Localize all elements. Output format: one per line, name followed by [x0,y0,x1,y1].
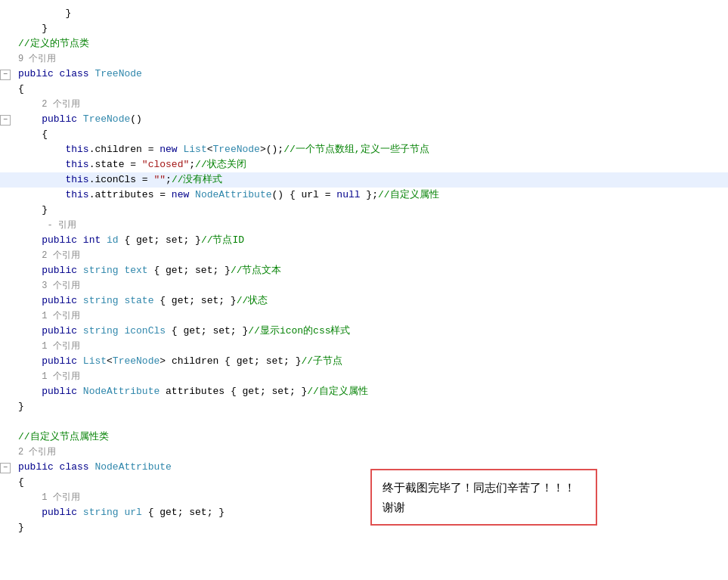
code-segment: //自定义节点属性类 [18,431,109,442]
code-segment: { get; set; } [148,507,225,518]
code-segment: 2 个引用 [42,250,79,261]
code-line: //自定义节点属性类 [0,430,728,445]
code-text: { [12,82,728,97]
code-segment: List [83,355,107,367]
code-line: public NodeAttribute attributes { get; s… [0,384,728,399]
code-segment: //节点ID [201,234,244,246]
code-segment: text [124,265,153,276]
code-line: this.iconCls = "";//没有样式 [0,172,728,188]
code-text: } [12,399,728,414]
code-segment: .iconCls = [89,174,154,185]
code-segment: //状态关闭 [195,159,246,170]
code-segment: } [42,204,48,216]
code-line: } [0,6,728,21]
code-segment: string [83,295,125,306]
code-segment: //自定义属性 [307,386,368,397]
code-segment: iconCls [124,325,171,337]
code-segment: > children [160,355,225,367]
code-segment: class [60,68,95,79]
code-segment: < [107,355,113,367]
collapse-icon[interactable]: − [0,463,11,473]
code-segment: //节点文本 [231,265,282,276]
code-segment: NodeAttribute [195,189,271,200]
code-segment: public [42,234,83,246]
code-segment: "" [153,174,166,185]
code-segment: //一个节点数组,定义一些子节点 [283,144,429,155]
code-segment: public [42,386,83,397]
code-line: −public class TreeNode [0,67,728,82]
code-line: 3 个引用 [0,278,728,293]
code-text: this.iconCls = "";//没有样式 [12,172,728,188]
code-text: 9 个引用 [12,51,728,67]
code-line: public int id { get; set; }//节点ID [0,233,728,248]
code-segment: public [42,355,83,367]
code-text: public string text { get; set; }//节点文本 [12,263,728,278]
collapse-icon[interactable]: − [0,70,11,80]
code-text: } [12,6,728,21]
code-segment: 9 个引用 [18,54,56,64]
code-segment: 2 个引用 [42,99,79,110]
code-segment: 1 个引用 [42,492,79,503]
code-text: this.attributes = new NodeAttribute() { … [12,188,728,203]
code-line: public string iconCls { get; set; }//显示i… [0,324,728,339]
gutter[interactable]: − [0,70,12,80]
code-segment: TreeNode [113,355,160,367]
code-segment: //子节点 [302,355,343,367]
code-text: //定义的节点类 [12,36,728,51]
code-line [0,414,728,430]
code-segment: { get; set; } [124,234,200,246]
code-segment: //没有样式 [172,174,223,185]
code-line: - 引用 [0,218,728,233]
gutter[interactable]: − [0,463,12,473]
code-segment: < [207,144,213,155]
code-segment: public [42,325,83,337]
code-segment: >(); [260,144,283,155]
code-line: − public TreeNode() [0,112,728,127]
code-line: } [0,399,728,414]
code-text: 1 个引用 [12,339,728,354]
code-text: public int id { get; set; }//节点ID [12,233,728,248]
code-segment: //定义的节点类 [18,38,89,49]
code-line: { [0,82,728,97]
code-segment: public [18,68,60,79]
code-segment: null [336,189,366,200]
code-text: public TreeNode() [12,112,728,127]
code-segment: //显示icon的css样式 [248,325,350,337]
code-segment: ; [189,159,195,170]
code-line: 2 个引用 [0,248,728,263]
code-segment: this [65,144,88,155]
code-segment: //状态 [237,295,268,306]
code-line: this.children = new List<TreeNode>();//一… [0,142,728,157]
code-line: public List<TreeNode> children { get; se… [0,354,728,369]
code-segment: new [172,189,195,200]
code-segment: } [18,401,24,412]
code-segment: TreeNode [94,68,141,79]
code-line: public string state { get; set; }//状态 [0,293,728,309]
code-segment: .state = [89,159,142,170]
code-text: //自定义节点属性类 [12,430,728,445]
code-segment: { get; set; } [160,295,236,306]
gutter[interactable]: − [0,115,12,126]
code-text: public class TreeNode [12,67,728,82]
code-text: 2 个引用 [12,248,728,263]
code-segment: } [42,23,48,34]
code-text: 3 个引用 [12,278,728,293]
collapse-icon[interactable]: − [0,115,11,126]
code-segment: string [83,265,125,276]
code-segment: } [65,8,71,19]
code-segment: () { url = [272,189,337,200]
code-text: public string state { get; set; }//状态 [12,293,728,309]
code-text: 2 个引用 [12,445,728,460]
code-segment: state [124,295,160,306]
code-segment: public [42,113,83,125]
code-segment: string [83,325,125,337]
code-container: } }//定义的节点类9 个引用−public class TreeNode{ … [0,0,728,580]
code-segment: attributes [166,386,231,397]
code-segment: url [124,507,147,518]
code-line: 1 个引用 [0,490,728,505]
code-segment: public [42,507,83,518]
code-segment: TreeNode [213,144,260,155]
code-segment: class [60,461,95,473]
code-text: this.children = new List<TreeNode>();//一… [12,142,728,157]
code-line: 1 个引用 [0,369,728,384]
